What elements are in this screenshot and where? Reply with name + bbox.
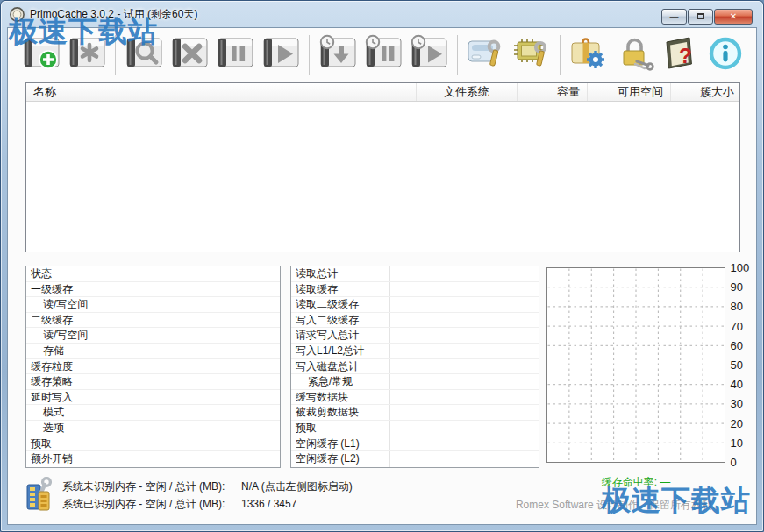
new-cache-task-icon — [20, 34, 62, 76]
statistic-row: 预取 — [291, 421, 539, 436]
memory-status-rows: 系统未识别内存 - 空闲 / 总计 (MB):N/A (点击左侧图标启动)系统已… — [62, 477, 353, 514]
cache-info-row: 状态 — [26, 266, 280, 282]
svg-text:90: 90 — [731, 280, 743, 294]
statistic-value — [390, 297, 539, 312]
cache-info-value — [125, 405, 280, 420]
defer-write-pause-button[interactable] — [361, 33, 406, 77]
program-settings-button[interactable] — [566, 33, 611, 77]
statistic-label: 空闲缓存 (L2) — [291, 451, 390, 467]
hit-rate-plot: 0102030405060708090100 — [546, 264, 753, 469]
view-cache-icon — [123, 34, 165, 76]
about-button[interactable] — [703, 33, 748, 77]
statistic-value — [390, 390, 539, 405]
new-cache-task-button[interactable] — [18, 33, 64, 77]
defer-write-flush-button[interactable] — [315, 33, 361, 77]
column-header-2[interactable]: 容量 — [518, 83, 588, 101]
cache-info-label: 选项 — [26, 421, 125, 436]
cache-config-button[interactable] — [64, 33, 110, 77]
cache-info-label: 读/写空间 — [26, 328, 125, 343]
statistic-row: 请求写入总计 — [291, 328, 539, 344]
cache-info-row: 存储 — [26, 344, 280, 359]
column-header-0[interactable]: 名称 — [26, 83, 417, 101]
volume-table-body[interactable] — [26, 102, 739, 252]
memory-tools-button[interactable] — [509, 33, 554, 77]
svg-text:100: 100 — [731, 264, 750, 274]
defer-write-resume-button[interactable] — [406, 33, 452, 77]
statistic-value — [390, 344, 539, 358]
statistic-label: 写入二级缓存 — [291, 313, 390, 328]
statistic-label: 请求写入总计 — [291, 328, 390, 343]
start-memory-tool-icon[interactable] — [25, 477, 55, 514]
cache-info-value — [125, 282, 280, 297]
svg-text:0: 0 — [731, 456, 737, 469]
defer-write-pause-icon — [362, 34, 404, 76]
svg-text:?: ? — [679, 44, 692, 67]
svg-text:10: 10 — [731, 436, 743, 450]
defer-write-flush-icon — [317, 34, 359, 76]
column-header-4[interactable]: 簇大小 — [671, 83, 741, 101]
pause-cache-icon — [214, 34, 256, 76]
cache-info-value — [125, 421, 280, 436]
start-cache-button[interactable] — [258, 33, 303, 77]
footer-credit: Romex Software 设计制作。保留所有权利。 — [516, 498, 723, 513]
cache-info-value — [125, 374, 280, 389]
license-button[interactable] — [611, 33, 657, 77]
statistic-value — [390, 266, 539, 281]
statistic-row: 读取缓存 — [291, 282, 539, 298]
statistic-row: 读取总计 — [291, 266, 539, 282]
cache-info-label: 缓存粒度 — [26, 359, 125, 374]
memory-status-row: 系统未识别内存 - 空闲 / 总计 (MB):N/A (点击左侧图标启动) — [62, 479, 353, 496]
view-cache-button[interactable] — [121, 33, 167, 77]
minimize-button[interactable]: — — [661, 9, 687, 25]
cache-info-label: 额外开销 — [26, 451, 125, 467]
statistic-value — [390, 328, 539, 343]
pause-cache-button[interactable] — [212, 33, 258, 77]
statistic-label: 写入L1/L2总计 — [291, 344, 390, 358]
column-header-1[interactable]: 文件系统 — [417, 83, 518, 101]
statistic-label: 读取缓存 — [291, 282, 390, 297]
memory-status-label: 系统已识别内存 - 空闲 / 总计 (MB): — [62, 496, 241, 514]
statistic-label: 被裁剪数据块 — [291, 405, 390, 420]
statistic-label: 读取总计 — [291, 266, 390, 281]
statistic-row: 空闲缓存 (L2) — [291, 451, 539, 467]
help-button[interactable]: ? — [657, 33, 703, 77]
start-cache-icon — [260, 34, 302, 76]
delete-cache-button[interactable] — [167, 33, 212, 77]
statistic-label: 写入磁盘总计 — [291, 359, 390, 374]
cache-info-value — [125, 436, 280, 451]
svg-text:50: 50 — [731, 358, 743, 372]
app-window: PrimoCache 3.0.2 - 试用 (剩余60天) — ✕ — [0, 0, 764, 532]
toolbar-separator — [115, 35, 116, 75]
svg-text:80: 80 — [731, 300, 743, 313]
cache-info-label: 读/写空间 — [26, 297, 125, 312]
client-area: ? 名称文件系统容量可用空间簇大小 状态一级缓存读/写空间二级缓存读/写空间存储… — [7, 27, 757, 525]
cache-info-panel: 状态一级缓存读/写空间二级缓存读/写空间存储缓存粒度缓存策略延时写入模式选项预取… — [25, 266, 281, 468]
statistic-row: 写入L1/L2总计 — [291, 344, 539, 359]
statistic-value — [390, 374, 539, 389]
statistic-label: 读取二级缓存 — [291, 297, 390, 312]
statistic-row: 读取二级缓存 — [291, 297, 539, 313]
maximize-button[interactable] — [688, 9, 713, 25]
cache-info-row: 延时写入 — [26, 390, 280, 406]
cache-info-row: 一级缓存 — [26, 282, 280, 298]
svg-text:70: 70 — [731, 320, 743, 333]
statistic-value — [390, 421, 539, 436]
cache-info-row: 读/写空间 — [26, 328, 280, 344]
close-button[interactable]: ✕ — [714, 9, 753, 25]
disk-tools-icon — [465, 34, 507, 76]
memory-status-row: 系统已识别内存 - 空闲 / 总计 (MB):1336 / 3457 — [62, 496, 353, 514]
hit-rate-chart: 0102030405060708090100 缓存命中率: — — [546, 264, 753, 490]
minimize-icon: — — [670, 11, 679, 21]
statistic-value — [390, 359, 539, 374]
volume-table: 名称文件系统容量可用空间簇大小 — [25, 82, 740, 252]
memory-tools-icon — [511, 34, 553, 76]
toolbar-separator — [457, 35, 458, 75]
column-header-3[interactable]: 可用空间 — [588, 83, 671, 101]
cache-info-value — [125, 297, 280, 312]
statistic-row: 缓写数据块 — [291, 390, 539, 406]
cache-config-icon — [66, 34, 108, 76]
cache-info-value — [125, 451, 280, 467]
svg-text:20: 20 — [731, 417, 743, 430]
window-title: PrimoCache 3.0.2 - 试用 (剩余60天) — [30, 7, 197, 22]
disk-tools-button[interactable] — [463, 33, 509, 77]
